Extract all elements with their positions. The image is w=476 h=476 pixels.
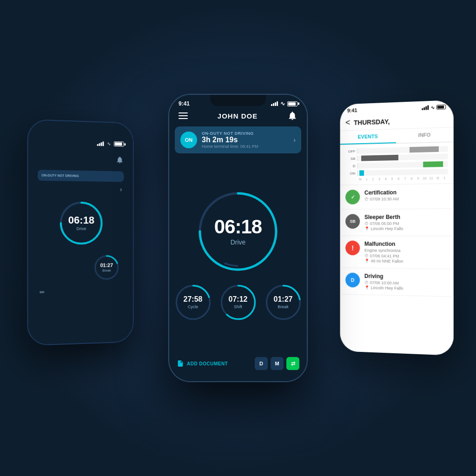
event-avatar-sb: SB	[345, 214, 360, 229]
event-location-driving: 📍 Lincoln Hwy Fallo	[364, 285, 448, 291]
duty-timer: 3h 2m 19s	[202, 136, 289, 144]
hos-bar-d	[423, 161, 443, 167]
shift-circle[interactable]: 07:12 Shift	[218, 283, 258, 322]
status-info: ON-DUTY NOT DRIVING 3h 2m 19s Home termi…	[202, 131, 289, 149]
break-circle-inner: 01:27 Break	[264, 283, 303, 322]
left-drive-label: Drive	[77, 226, 86, 231]
event-driving[interactable]: D Driving ⏱ 07/06 10:00 AM 📍 Lincoln Hwy…	[340, 268, 454, 297]
center-header: JOHN DOE	[169, 107, 307, 126]
mode-btn-m[interactable]: M	[271, 357, 284, 370]
timer-area: 06:18 Drive 27:58 Cycle	[169, 159, 307, 352]
hos-time-1b: 1	[441, 176, 448, 179]
hos-row-sb: SB	[345, 153, 448, 161]
wifi-icon-left: ∿	[107, 141, 111, 146]
notch	[210, 95, 266, 106]
mode-buttons: D M ⇄	[255, 357, 299, 370]
bell-icon-center[interactable]	[287, 111, 298, 121]
battery-icon-center	[287, 101, 298, 106]
small-circles-row: 27:58 Cycle 07:12 Shift	[173, 283, 303, 322]
cycle-circle[interactable]: 27:58 Cycle	[173, 283, 213, 322]
signal-icon-right	[422, 105, 429, 110]
break-label: Break	[278, 304, 289, 309]
hos-bar-area-off	[357, 146, 448, 154]
hamburger-line-1	[178, 112, 188, 113]
event-title-driving: Driving	[364, 273, 448, 281]
shift-circle-inner: 07:12 Shift	[218, 283, 258, 322]
hos-time-m: M	[357, 178, 364, 181]
left-on-label: on	[38, 288, 124, 294]
left-duty-type: ON-DUTY NOT DRIVING	[41, 173, 120, 178]
hos-time-labels: M 1 2 3 4 5 6 7 8 9 10 11 N 1	[345, 176, 448, 181]
event-meta-sb: ⏱ 07/06 05:00 PM	[364, 221, 448, 226]
cycle-circle-inner: 27:58 Cycle	[173, 283, 213, 322]
event-location-sb: 📍 Lincoln Hwy Fallo	[364, 226, 448, 231]
center-user-name: JOHN DOE	[218, 112, 258, 120]
events-list: ✓ Certification ⏱ 07/09 10:30 AM SB Slee…	[340, 184, 454, 356]
hamburger-line-3	[178, 118, 188, 119]
left-main-timer: 06:18	[68, 215, 94, 225]
hos-row-d: D	[345, 161, 448, 169]
add-doc-icon	[177, 360, 184, 367]
event-avatar-certification: ✓	[345, 190, 360, 205]
connect-btn[interactable]: ⇄	[286, 357, 299, 370]
battery-icon-left	[114, 141, 124, 146]
main-circle[interactable]: 06:18 Drive	[196, 190, 280, 273]
left-break-label: Break	[102, 269, 111, 272]
scene: ∿ ON-DUTY NOT DRIVING ›	[0, 0, 476, 476]
hos-time-2: 2	[370, 178, 377, 181]
event-title-sb: Sleeper Berth	[364, 214, 448, 221]
hos-row-on: ON	[345, 169, 448, 176]
main-circle-inner: 06:18 Drive	[196, 190, 280, 273]
event-meta-malfunction: ⏱ 07/06 04:41 PM	[364, 253, 448, 259]
add-document-button[interactable]: ADD DOCUMENT	[177, 360, 228, 367]
status-card[interactable]: ON ON-DUTY NOT DRIVING 3h 2m 19s Home te…	[175, 126, 301, 153]
cycle-label: Cycle	[188, 304, 198, 309]
right-page-title: THURSDAY,	[354, 116, 448, 126]
shift-label: Shift	[234, 304, 242, 309]
break-circle[interactable]: 01:27 Break	[264, 283, 303, 322]
hos-label-sb: SB	[345, 156, 355, 160]
tab-events[interactable]: EVENTS	[340, 129, 396, 145]
hos-label-d: D	[345, 164, 355, 168]
signal-icon-center	[271, 101, 278, 106]
hos-time-4: 4	[383, 177, 389, 180]
tab-info[interactable]: INFO	[396, 127, 454, 143]
break-timer: 01:27	[274, 296, 293, 303]
event-avatar-malfunction: !	[345, 241, 360, 256]
right-phone: 9:41 ∿ < THURSDAY,	[340, 100, 454, 356]
hos-bar-sb	[361, 155, 398, 161]
event-title-malfunction: Malfunction	[364, 241, 448, 248]
pin-icon-malfunction: 📍	[364, 258, 370, 263]
event-malfunction[interactable]: ! Malfunction Engine synchroniza ⏱ 07/06…	[340, 236, 454, 270]
bell-icon-left	[116, 156, 124, 164]
right-time: 9:41	[347, 107, 357, 113]
event-info-malfunction: Malfunction Engine synchroniza ⏱ 07/06 0…	[364, 241, 448, 264]
mode-btn-d[interactable]: D	[255, 357, 268, 370]
pin-icon-sb: 📍	[364, 226, 370, 231]
left-arrow: ›	[40, 185, 122, 193]
back-button[interactable]: <	[345, 118, 350, 127]
terminal-time: Home terminal time: 09:41 PM	[202, 144, 289, 149]
left-statusbar: ∿	[34, 139, 127, 147]
event-meta-certification: ⏱ 07/09 10:30 AM	[364, 196, 448, 202]
clock-icon-malfunction: ⏱	[364, 253, 369, 258]
hos-time-6: 6	[396, 177, 402, 180]
hos-time-7: 7	[402, 177, 408, 180]
event-sleeper-berth[interactable]: SB Sleeper Berth ⏱ 07/06 05:00 PM 📍 Linc…	[340, 209, 454, 236]
event-certification[interactable]: ✓ Certification ⏱ 07/09 10:30 AM	[340, 184, 454, 209]
left-break-time: 01:27	[100, 263, 113, 268]
center-time: 9:41	[178, 100, 190, 107]
clock-icon-driving: ⏱	[364, 280, 369, 285]
event-info-driving: Driving ⏱ 07/06 10:00 AM 📍 Lincoln Hwy F…	[364, 273, 448, 291]
hos-time-5: 5	[389, 177, 396, 180]
left-header	[34, 150, 127, 168]
wifi-icon-right: ∿	[431, 105, 435, 110]
signal-icon-left	[97, 141, 104, 145]
wifi-icon-center: ∿	[280, 100, 285, 107]
on-duty-badge: ON	[180, 132, 197, 148]
hamburger-menu-button[interactable]	[178, 112, 188, 119]
shift-timer: 07:12	[229, 296, 248, 303]
hos-bar-area-on	[357, 169, 448, 176]
left-status-card: ON-DUTY NOT DRIVING	[38, 170, 124, 182]
hos-chart: OFF SB D ON	[340, 142, 454, 185]
